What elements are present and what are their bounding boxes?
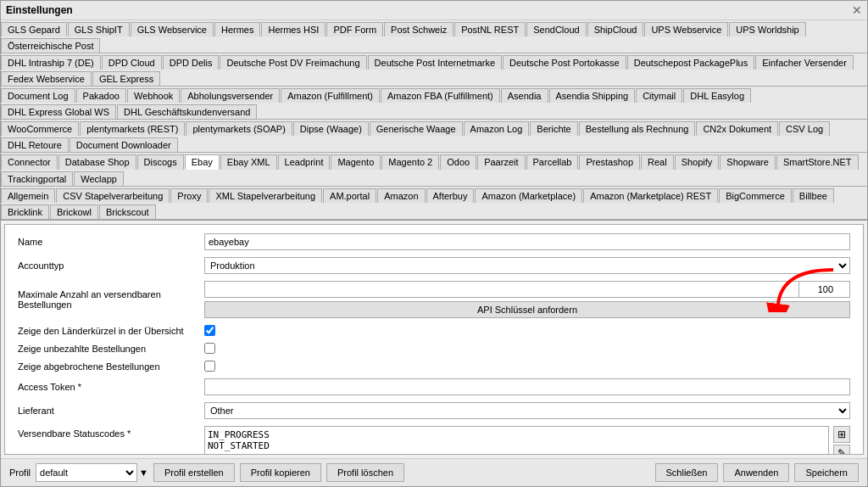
tab-connector[interactable]: Connector (1, 154, 58, 170)
tab-fedex-webservice[interactable]: Fedex Webservice (1, 71, 92, 86)
zeige-abgebrochen-checkbox[interactable] (204, 361, 215, 372)
tab-trackingportal[interactable]: Trackingportal (1, 171, 73, 186)
tab-plentymarkets--soap-[interactable]: plentymarkets (SOAP) (186, 121, 292, 136)
tab-hermes-hsi[interactable]: Hermes HSI (261, 22, 326, 36)
tab-ups-webservice[interactable]: UPS Webservice (644, 22, 728, 36)
speichern-button[interactable]: Speichern (794, 463, 859, 482)
tab-asendia-shipping[interactable]: Asendia Shipping (549, 88, 636, 103)
tab-document-downloader[interactable]: Document Downloader (70, 137, 178, 152)
tab-parcellab[interactable]: Parcellab (526, 154, 579, 170)
tab-xml-stapelverarbeitung[interactable]: XML Stapelverarbeitung (209, 188, 322, 203)
tab-generische-waage[interactable]: Generische Waage (370, 121, 463, 136)
tab-smartstore-net[interactable]: SmartStore.NET (776, 154, 859, 170)
tab-odoo[interactable]: Odoo (440, 154, 476, 170)
tab-dipse--waage-[interactable]: Dipse (Waage) (293, 121, 369, 136)
tab-gel-express[interactable]: GEL Express (92, 71, 160, 86)
tab-postnl-rest[interactable]: PostNL REST (454, 22, 526, 36)
name-input[interactable] (204, 233, 850, 250)
tab-shipcloud[interactable]: ShipCloud (587, 22, 644, 36)
tab-csv-stapelverarbeitung[interactable]: CSV Stapelverarbeitung (56, 188, 170, 203)
anwenden-button[interactable]: Anwenden (723, 463, 789, 482)
tab-post-schweiz[interactable]: Post Schweiz (384, 22, 453, 36)
tab-dhl-easylog[interactable]: DHL Easylog (683, 88, 751, 103)
tab-amazon--fulfillment-[interactable]: Amazon (Fulfillment) (281, 88, 380, 103)
tab-citymail[interactable]: Citymail (636, 88, 682, 103)
tab-magento[interactable]: Magento (331, 154, 381, 170)
tab-cn2x-dokument[interactable]: CN2x Dokument (696, 121, 778, 136)
tab-dhl-retoure[interactable]: DHL Retoure (1, 137, 69, 152)
max-orders-input[interactable] (204, 281, 799, 298)
tab-dhl-gesch-ftskundenversand[interactable]: DHL Geschäftskundenversand (117, 104, 257, 119)
accounttyp-select[interactable]: ProduktionSandbox (204, 257, 850, 274)
tab-afterbuy[interactable]: Afterbuy (426, 188, 475, 203)
tab-dpd-cloud[interactable]: DPD Cloud (102, 55, 162, 70)
tab-shopware[interactable]: Shopware (720, 154, 776, 170)
tab-bestellung-als-rechnung[interactable]: Bestellung als Rechnung (579, 121, 696, 136)
statuscodes-textarea[interactable] (204, 426, 829, 454)
tab-dhl-intraship-7--de-[interactable]: DHL Intraship 7 (DE) (1, 55, 101, 70)
tab-ebay-xml[interactable]: Ebay XML (220, 154, 277, 170)
tab-document-log[interactable]: Document Log (1, 88, 75, 103)
schliessen-button[interactable]: Schließen (655, 463, 719, 482)
tab-dhl-express-global-ws[interactable]: DHL Express Global WS (1, 104, 116, 119)
tab-proxy[interactable]: Proxy (170, 188, 208, 203)
tab-amazon--marketplace-[interactable]: Amazon (Marketplace) (475, 188, 582, 203)
tab-brickowl[interactable]: Brickowl (50, 204, 98, 219)
tab-dpd-delis[interactable]: DPD Delis (163, 55, 220, 70)
api-button[interactable]: API Schlüssel anfordern (204, 301, 850, 318)
tab-bigcommerce[interactable]: BigCommerce (719, 188, 792, 203)
edit-statuscode-button[interactable]: ✎ (833, 445, 850, 454)
tab-berichte[interactable]: Berichte (530, 121, 577, 136)
tab-ups-worldship[interactable]: UPS Worldship (729, 22, 805, 36)
tab-deutsche-post-portokasse[interactable]: Deutsche Post Portokasse (503, 55, 626, 70)
tab-brickscout[interactable]: Brickscout (99, 204, 156, 219)
accounttyp-label: Accounttyp (18, 260, 204, 271)
tab-prestashop[interactable]: Prestashop (579, 154, 640, 170)
lieferant-select[interactable]: OtherDHLHermesDPD (204, 402, 850, 419)
tab-gls-shipit[interactable]: GLS ShipIT (68, 22, 130, 36)
profil-select[interactable]: default (36, 463, 137, 482)
tab-deutsche-post-dv-freimachung[interactable]: Deutsche Post DV Freimachung (220, 55, 366, 70)
tab-woocommerce[interactable]: WooCommerce (1, 121, 79, 136)
close-button[interactable]: ✕ (852, 3, 862, 17)
tab-weclapp[interactable]: Weclapp (74, 171, 124, 186)
tab-ebay[interactable]: Ebay (185, 154, 220, 170)
tab-sendcloud[interactable]: SendCloud (526, 22, 586, 36)
tab-einfacher-versender[interactable]: Einfacher Versender (755, 55, 854, 70)
access-token-input[interactable] (204, 378, 850, 395)
tab-database-shop[interactable]: Database Shop (58, 154, 136, 170)
zeige-unbezahlt-checkbox[interactable] (204, 343, 215, 354)
tab-hermes[interactable]: Hermes (214, 22, 261, 36)
profil-kopieren-button[interactable]: Profil kopieren (240, 463, 321, 482)
tab-amazon-log[interactable]: Amazon Log (464, 121, 530, 136)
tab-deutsche-post-internetmarke[interactable]: Deutsche Post Internetmarke (368, 55, 502, 70)
profil-loeschen-button[interactable]: Profil löschen (326, 463, 404, 482)
tab-csv-log[interactable]: CSV Log (779, 121, 830, 136)
tab-asendia[interactable]: Asendia (501, 88, 548, 103)
profil-erstellen-button[interactable]: Profil erstellen (153, 463, 235, 482)
tab-webhook[interactable]: Webhook (127, 88, 180, 103)
add-statuscode-button[interactable]: ⊞ (833, 426, 850, 443)
tab-bricklink[interactable]: Bricklink (1, 204, 49, 219)
tab-magento-2[interactable]: Magento 2 (381, 154, 439, 170)
tab-plentymarkets--rest-[interactable]: plentymarkets (REST) (80, 121, 185, 136)
tab-paarzeit[interactable]: Paarzeit (477, 154, 525, 170)
tab-am-portal[interactable]: AM.portal (323, 188, 376, 203)
tab-amazon-fba--fulfillment-[interactable]: Amazon FBA (Fulfillment) (381, 88, 500, 103)
tab-deutschepost-packageplus[interactable]: Deutschepost PackagePlus (627, 55, 755, 70)
tab-pdf-form[interactable]: PDF Form (326, 22, 383, 36)
tab-gls-gepard[interactable]: GLS Gepard (1, 22, 67, 36)
tab-abholungsversender[interactable]: Abholungsversender (181, 88, 280, 103)
tab-pakadoo[interactable]: Pakadoo (76, 88, 126, 103)
tab-discogs[interactable]: Discogs (137, 154, 184, 170)
tab-billbee[interactable]: Billbee (793, 188, 834, 203)
zeige-laender-checkbox[interactable] (204, 325, 215, 336)
tab-amazon--marketplace--rest[interactable]: Amazon (Marketplace) REST (583, 188, 718, 203)
tab-gls-webservice[interactable]: GLS Webservice (131, 22, 214, 36)
tab-leadprint[interactable]: Leadprint (278, 154, 331, 170)
tab-amazon[interactable]: Amazon (377, 188, 425, 203)
tab-shopify[interactable]: Shopify (675, 154, 720, 170)
tab--sterreichische-post[interactable]: Österreichische Post (1, 38, 100, 53)
tab-allgemein[interactable]: Allgemein (1, 188, 55, 203)
tab-real[interactable]: Real (641, 154, 674, 170)
